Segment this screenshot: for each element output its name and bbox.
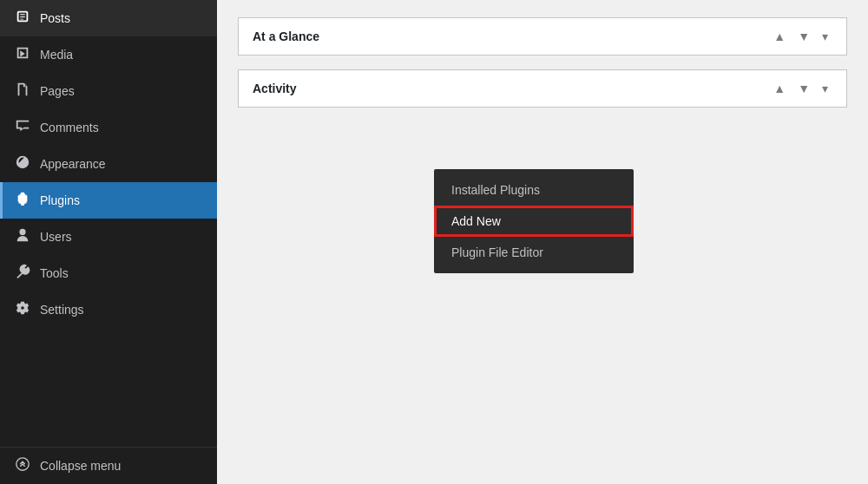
sidebar-item-comments[interactable]: Comments [0,109,217,146]
sidebar-item-label-users: Users [40,230,72,244]
widget-at-a-glance-up-btn[interactable]: ▲ [769,29,790,44]
sidebar-item-label-settings: Settings [40,303,84,317]
sidebar-item-plugins[interactable]: Plugins [0,182,217,219]
plugins-icon [14,191,31,210]
appearance-icon [14,154,31,173]
widget-at-a-glance-controls: ▲ ▼ ▾ [769,29,832,44]
widget-at-a-glance-toggle-btn[interactable]: ▾ [818,29,832,44]
sidebar-item-media[interactable]: Media [0,36,217,73]
widget-activity-down-btn[interactable]: ▼ [793,81,814,96]
sidebar-item-label-posts: Posts [40,11,70,25]
comments-icon [14,118,31,137]
sidebar-collapse-label: Collapse menu [40,459,121,473]
widget-activity-title: Activity [253,82,297,95]
widget-at-a-glance-down-btn[interactable]: ▼ [793,29,814,44]
sidebar: Posts Media Pages Comments [0,0,217,484]
posts-icon [14,9,31,28]
submenu-plugin-file-editor[interactable]: Plugin File Editor [434,237,634,268]
sidebar-item-label-media: Media [40,48,73,62]
sidebar-item-label-pages: Pages [40,84,75,98]
sidebar-item-label-comments: Comments [40,121,99,134]
widget-at-a-glance: At a Glance ▲ ▼ ▾ [238,17,847,56]
sidebar-item-appearance[interactable]: Appearance [0,146,217,182]
sidebar-item-label-plugins: Plugins [40,193,80,207]
widget-activity-controls: ▲ ▼ ▾ [769,81,832,96]
main-content: At a Glance ▲ ▼ ▾ Activity ▲ ▼ ▾ Install… [217,0,868,484]
widget-activity-up-btn[interactable]: ▲ [769,81,790,96]
submenu-installed-plugins[interactable]: Installed Plugins [434,174,634,206]
sidebar-collapse[interactable]: Collapse menu [0,447,217,484]
plugins-submenu: Installed Plugins Add New Plugin File Ed… [434,169,634,273]
settings-icon [14,300,31,319]
media-icon [14,45,31,64]
tools-icon [14,264,31,283]
submenu-add-new[interactable]: Add New [434,206,634,237]
sidebar-item-settings[interactable]: Settings [0,291,217,328]
sidebar-item-pages[interactable]: Pages [0,73,217,109]
widget-activity-toggle-btn[interactable]: ▾ [818,81,832,96]
users-icon [14,227,31,246]
sidebar-item-label-tools: Tools [40,266,69,280]
widget-at-a-glance-title: At a Glance [253,29,319,43]
collapse-icon [14,456,31,475]
pages-icon [14,82,31,101]
sidebar-item-tools[interactable]: Tools [0,255,217,291]
sidebar-item-posts[interactable]: Posts [0,0,217,36]
svg-rect-1 [18,195,28,201]
sidebar-item-users[interactable]: Users [0,219,217,255]
widget-activity: Activity ▲ ▼ ▾ [238,69,847,108]
sidebar-item-label-appearance: Appearance [40,157,106,171]
